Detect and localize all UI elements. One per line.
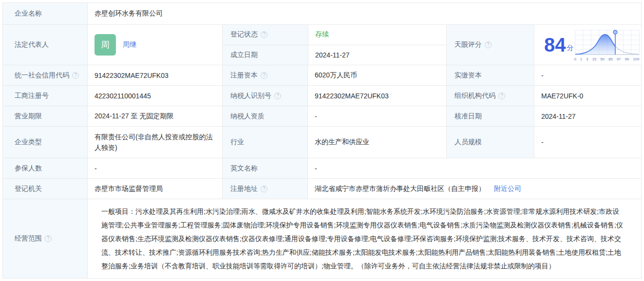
company-name-label: 企业名称 [3,3,87,24]
company-name-value: 赤壁创环水务有限公司 [87,3,641,24]
score-number: 84 [544,35,566,55]
status-date-stack: 登记状态 ? 存续 成立日期 2024-11-27 [222,25,446,65]
table-row: 参保人数 - 英文名称 - [3,158,641,179]
help-icon[interactable]: ? [261,31,267,38]
approval-date-label: 核准日期 [455,112,482,121]
paid-capital-label-cell: 实缴资本 [446,65,534,85]
score-value: 84 分 [544,35,574,55]
reg-authority-label-cell: 登记机关 [3,179,87,199]
table-row: 经营范围 ? 一般项目：污水处理及其再生利用;水污染治理;雨水、微咸水及矿井水的… [3,199,641,278]
reg-number-value: 422302110001445 [87,86,222,106]
score-cell: 84 分 [534,25,641,65]
company-type-value: 有限责任公司(非自然人投资或控股的法人独资) [95,131,215,153]
tick-label: 99 [625,57,629,61]
reg-capital-label: 注册资本 [230,71,258,80]
score-unit: 分 [567,44,574,53]
taxpayer-quality-label: 纳税人资质 [230,112,265,121]
help-icon[interactable]: ? [485,41,492,48]
industry-label: 行业 [230,138,244,147]
table-row: 营业期限 2024-11-27 至 无固定期限 纳税人资质 - 核准日期 202… [3,106,641,127]
english-name-value: - [307,158,641,178]
reg-status-label-cell: 登记状态 ? [223,25,308,45]
tick-label: 15 [592,57,596,61]
org-code-value: MAE72UFK-0 [534,86,641,106]
credit-code-value: 91422302MAE72UFK03 [87,65,222,85]
establish-date-row: 成立日期 2024-11-27 [223,45,446,65]
staff-size-value: - [534,127,641,158]
legal-rep-link[interactable]: 周继 [123,40,136,49]
help-icon[interactable]: ? [274,93,281,99]
establish-date-value: 2024-11-27 [308,45,446,65]
company-type-value-cell: 有限责任公司(非自然人投资或控股的法人独资) [87,127,222,158]
score-label-cell: 天眼评分 ? [446,25,534,65]
english-name-label-cell: 英文名称 [222,158,307,178]
business-scope-label-cell: 经营范围 ? [3,199,87,278]
reg-address-cell: 湖北省咸宁市赤壁市蒲圻办事处大田畈社区（自主申报） 附近公司 [307,179,641,199]
help-icon[interactable]: ? [261,72,267,79]
reg-capital-value: 6020万人民币 [307,65,446,85]
tick-label: 1 [580,57,582,61]
tick-label: 0 [574,57,576,61]
business-term-label-cell: 营业期限 [3,106,87,126]
tick-label: 85 [608,57,613,61]
taxpayer-quality-value: - [307,106,446,126]
paid-capital-label: 实缴资本 [455,71,482,80]
tick-label: 50 [600,57,605,61]
score-curve-svg [574,28,640,56]
reg-status-label: 登记状态 [230,30,258,39]
establish-date-label: 成立日期 [230,51,258,59]
approval-date-label-cell: 核准日期 [446,106,534,126]
reg-address-label-cell: 注册地址 ? [222,179,307,199]
help-icon[interactable]: ? [45,235,52,242]
reg-address-label: 注册地址 [230,185,258,193]
score-distribution-chart: 0 1 3 15 50 85 97 99 100 [574,28,640,61]
table-row: 法定代表人 周 周继 登记状态 ? 存续 成立日期 2024-11-27 [3,25,641,65]
reg-status-value: 存续 [308,25,446,45]
english-name-label: 英文名称 [230,164,258,173]
help-icon[interactable]: ? [72,72,79,79]
org-code-label-cell: 组织机构代码 ? [446,86,534,106]
table-row: 登记机关 赤壁市市场监督管理局 注册地址 ? 湖北省咸宁市赤壁市蒲圻办事处大田畈… [3,179,641,199]
score-label: 天眼评分 [455,40,482,49]
reg-address-value: 湖北省咸宁市赤壁市蒲圻办事处大田畈社区（自主申报） [315,185,485,193]
legal-rep-avatar[interactable]: 周 [95,34,116,56]
reg-number-label-cell: 工商注册号 [3,86,87,106]
table-row: 统一社会信用代码 ? 91422302MAE72UFK03 注册资本 ? 602… [3,65,641,86]
tick-label: 3 [586,57,588,61]
business-term-value: 2024-11-27 至 无固定期限 [87,106,222,126]
reg-number-label: 工商注册号 [15,92,49,100]
taxpayer-id-value: 91422302MAE72UFK03 [307,86,446,106]
nearby-companies-link[interactable]: 附近公司 [494,185,521,193]
org-code-label: 组织机构代码 [455,92,495,100]
help-icon[interactable]: ? [498,93,505,99]
approval-date-value: 2024-11-27 [534,106,641,126]
taxpayer-id-label-cell: 纳税人识别号 ? [222,86,307,106]
chart-tick-labels: 0 1 3 15 50 85 97 99 100 [574,57,640,61]
insured-count-value: - [87,158,222,178]
legal-rep-cell: 周 周继 [87,25,222,65]
staff-size-label-cell: 人员规模 [446,127,534,158]
industry-value: 水的生产和供应业 [307,127,446,158]
reg-capital-label-cell: 注册资本 ? [222,65,307,85]
tick-label: 100 [633,57,639,61]
business-term-label: 营业期限 [15,112,42,121]
insured-count-label: 参保人数 [15,164,42,173]
status-badge: 存续 [315,30,329,39]
company-type-label-cell: 企业类型 [3,127,87,158]
industry-label-cell: 行业 [222,127,307,158]
staff-size-label: 人员规模 [455,138,482,147]
company-info-table: 企业名称 赤壁创环水务有限公司 法定代表人 周 周继 登记状态 ? 存续 [2,2,642,279]
insured-count-label-cell: 参保人数 [3,158,87,178]
help-icon[interactable]: ? [261,186,267,192]
taxpayer-id-label: 纳税人识别号 [230,92,271,100]
business-scope-label: 经营范围 [15,234,42,243]
company-type-label: 企业类型 [15,138,42,147]
tick-label: 97 [617,57,621,61]
table-row: 工商注册号 422302110001445 纳税人识别号 ? 91422302M… [3,86,641,106]
company-name-text: 赤壁创环水务有限公司 [95,9,163,18]
establish-date-label-cell: 成立日期 [223,45,308,65]
reg-authority-value: 赤壁市市场监督管理局 [87,179,222,199]
reg-authority-label: 登记机关 [15,185,42,193]
paid-capital-value: - [534,65,641,85]
table-row: 企业类型 有限责任公司(非自然人投资或控股的法人独资) 行业 水的生产和供应业 … [3,127,641,158]
